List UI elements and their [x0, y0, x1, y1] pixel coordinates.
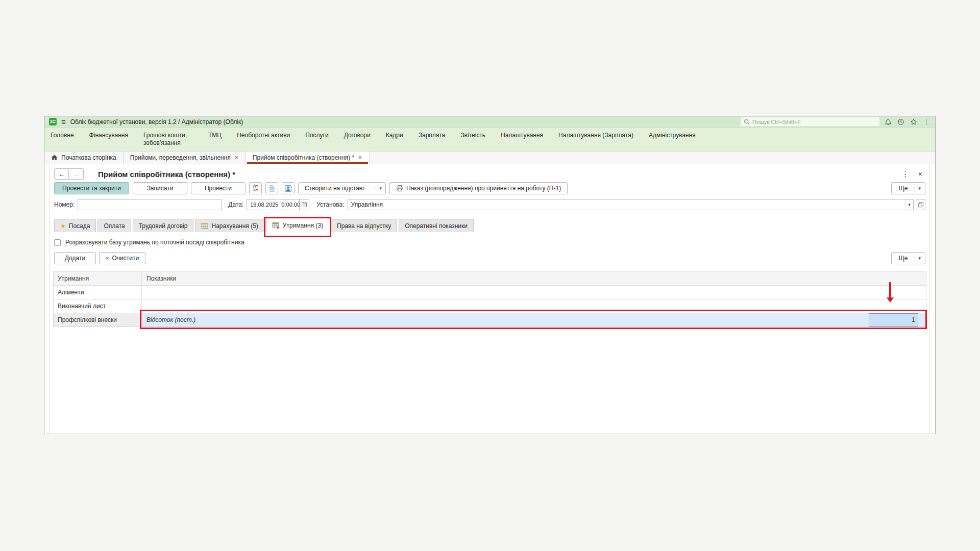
window-tabs-bar: Початкова сторінка Прийоми, переведення,…: [44, 152, 935, 164]
menu-item-neoborotni-aktyvy[interactable]: Необоротні активи: [237, 132, 290, 139]
app-titlebar: 1С ≡ Облік бюджетної установи, версія 1.…: [44, 116, 935, 128]
close-icon[interactable]: ×: [234, 154, 239, 161]
forward-icon: →: [73, 170, 80, 178]
hamburger-icon[interactable]: ≡: [61, 118, 66, 126]
star-icon: ★: [60, 223, 66, 229]
calendar-icon: [301, 202, 307, 208]
menu-item-zarplata[interactable]: Зарплата: [419, 132, 446, 139]
home-icon: [51, 155, 58, 161]
document-structure-button[interactable]: [265, 182, 278, 194]
tab-label: Прийом співробітника (створення) *: [253, 154, 354, 161]
search-icon: [744, 119, 750, 125]
notifications-bell-icon[interactable]: [884, 118, 892, 126]
menu-item-holovne[interactable]: Головне: [51, 132, 74, 139]
menu-item-hroshovi-koshty[interactable]: Грошові кошти, зобов'язання: [143, 132, 193, 147]
dtkt-postings-button[interactable]: ДтКт: [249, 182, 262, 194]
number-label: Номер:: [54, 201, 75, 208]
deduction-base-checkbox-row: Розраховувати базу утримань по поточній …: [53, 232, 926, 248]
accruals-table-icon: [201, 222, 208, 229]
history-icon[interactable]: [897, 118, 905, 126]
clear-x-icon: ×: [106, 255, 109, 261]
menu-item-nalashtuvannia-zarplata[interactable]: Налаштування (Зарплата): [558, 132, 633, 139]
tab-posada[interactable]: ★ Посада: [54, 219, 96, 232]
menu-item-dohovory[interactable]: Договори: [344, 132, 371, 139]
organization-input[interactable]: Управління: [348, 199, 905, 210]
clear-label: Очистити: [112, 255, 139, 262]
create-based-on-button[interactable]: Створити на підставі ▾: [298, 182, 386, 194]
search-input[interactable]: Пошук Ctrl+Shift+F: [741, 117, 879, 126]
indicator-text: Відсоток (пост.): [146, 316, 195, 323]
organization-label: Установа:: [316, 201, 344, 208]
print-order-label: Наказ (розпорядження) про прийняття на р…: [406, 185, 561, 192]
page-title: Прийом співробітника (створення) *: [98, 170, 235, 179]
tab-utrymannia[interactable]: Утримання (3): [266, 218, 329, 232]
menu-item-posluhy[interactable]: Послуги: [305, 132, 328, 139]
dropdown-arrow-icon: ▾: [908, 202, 911, 207]
menu-item-administruvannia[interactable]: Адміністрування: [649, 132, 696, 139]
tab-home[interactable]: Початкова сторінка: [44, 152, 124, 164]
number-input[interactable]: [78, 199, 222, 210]
favorites-star-icon[interactable]: [910, 118, 918, 126]
date-input[interactable]: 19.08.2025 0:00:00: [247, 199, 300, 210]
dropdown-arrow-icon[interactable]: ▾: [379, 186, 382, 191]
organization-dropdown-button[interactable]: ▾: [905, 199, 914, 210]
form-toolbar: Провести та закрити Записати Провести Дт…: [53, 181, 926, 198]
column-header-utrymannia[interactable]: Утримання: [54, 271, 142, 285]
deduction-base-checkbox-label: Розраховувати базу утримань по поточній …: [65, 239, 244, 246]
app-window: 1С ≡ Облік бюджетної установи, версія 1.…: [44, 116, 936, 434]
table-more-button[interactable]: Ще ▾: [891, 252, 925, 264]
tab-receptions-transfers[interactable]: Прийоми, переведення, звільнення ×: [124, 152, 246, 164]
deductions-table-wrap: Утримання Показники Аліменти Виконавчий …: [53, 271, 926, 327]
menu-item-zvitnist[interactable]: Звітність: [460, 132, 485, 139]
form-content: ← → Прийом співробітника (створення) * ⋮…: [44, 164, 935, 434]
back-button[interactable]: ←: [54, 168, 69, 180]
menu-item-kadry[interactable]: Кадри: [386, 132, 403, 139]
tab-operatyvni-pokaznyky[interactable]: Оперативні показники: [399, 219, 474, 232]
dtkt-icon: ДтКт: [253, 184, 258, 192]
1c-logo-icon[interactable]: 1С: [49, 118, 57, 126]
person-icon: [284, 185, 292, 192]
employee-card-button[interactable]: [282, 182, 295, 194]
form-tabs-bar: ★ Посада Оплата Трудовий договір Нарахув…: [53, 215, 926, 232]
post-button[interactable]: Провести: [191, 182, 246, 194]
add-button[interactable]: Додати: [54, 252, 96, 264]
more-label: Ще: [899, 255, 908, 262]
tab-narakhuvannia[interactable]: Нарахування (5): [195, 219, 264, 232]
table-header-row: Утримання Показники: [54, 271, 926, 285]
column-header-pokaznyky[interactable]: Показники: [142, 271, 926, 285]
menu-item-finansuvannia[interactable]: Фінансування: [89, 132, 128, 139]
tab-prava-na-vidpustku[interactable]: Права на відпустку: [331, 219, 397, 232]
back-icon: ←: [58, 170, 65, 178]
indicator-value-input[interactable]: 1: [869, 313, 918, 327]
main-menu: Головне Фінансування Грошові кошти, зобо…: [44, 128, 935, 152]
create-based-on-label: Створити на підставі: [305, 185, 364, 192]
table-row-vykonavchyi-lyst[interactable]: Виконавчий лист: [54, 299, 926, 313]
form-header-row: ← → Прийом співробітника (створення) * ⋮…: [53, 164, 926, 181]
close-icon[interactable]: ×: [358, 154, 362, 161]
print-order-button[interactable]: Наказ (розпорядження) про прийняття на р…: [389, 182, 568, 194]
menu-item-nalashtuvannia[interactable]: Налаштування: [501, 132, 543, 139]
titlebar-more-icon[interactable]: ⋮: [922, 118, 930, 126]
menu-item-tmts[interactable]: ТМЦ: [208, 132, 222, 139]
tab-home-label: Початкова сторінка: [61, 154, 116, 161]
tab-trudovyi-dohovir[interactable]: Трудовий договір: [133, 219, 194, 232]
form-more-vertical-icon[interactable]: ⋮: [899, 170, 912, 178]
post-and-close-button[interactable]: Провести та закрити: [54, 182, 129, 194]
tab-oplata[interactable]: Оплата: [97, 219, 131, 232]
forward-button[interactable]: →: [69, 168, 84, 180]
document-fields-row: Номер: Дата: 19.08.2025 0:00:00 Установа…: [53, 198, 926, 215]
calendar-button[interactable]: [300, 199, 309, 210]
open-windows-icon: [918, 202, 924, 208]
deductions-table-icon: [272, 222, 280, 229]
deduction-base-checkbox[interactable]: [54, 239, 61, 246]
search-placeholder: Пошук Ctrl+Shift+F: [752, 119, 801, 125]
deductions-table: Утримання Показники Аліменти Виконавчий …: [53, 271, 926, 327]
table-row-alimenty[interactable]: Аліменти: [54, 285, 926, 299]
clear-button[interactable]: × Очистити: [99, 252, 145, 264]
save-button[interactable]: Записати: [133, 182, 187, 194]
organization-open-button[interactable]: [916, 199, 925, 210]
tab-employee-hiring[interactable]: Прийом співробітника (створення) * ×: [246, 152, 370, 164]
table-row-profspilkovi-vnesky[interactable]: Профспілкові внески Відсоток (пост.) 1: [54, 313, 926, 327]
toolbar-more-button[interactable]: Ще ▾: [891, 182, 925, 194]
form-close-icon[interactable]: ×: [915, 170, 925, 178]
